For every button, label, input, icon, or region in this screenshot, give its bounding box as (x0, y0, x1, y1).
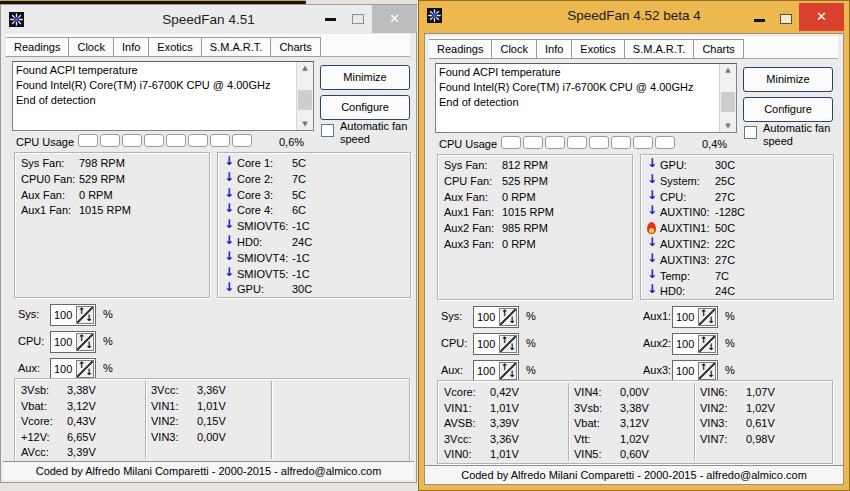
log-scrollbar[interactable]: ▲ ▼ (719, 64, 736, 132)
tab-item[interactable]: Clock (492, 39, 537, 59)
voltage-row: VIN2:1,02V (700, 401, 828, 417)
fan-speed-input[interactable]: 100↑↓ (50, 331, 96, 353)
voltage-row: VIN7:0,98V (700, 432, 828, 448)
log-lines: Found ACPI temperatureFound Intel(R) Cor… (16, 63, 294, 129)
fan-speed-spinner-row: Aux1:100↑↓% (425, 306, 843, 328)
spinner-buttons[interactable]: ↑↓ (698, 335, 716, 353)
scroll-thumb[interactable] (721, 92, 735, 112)
voltage-row: Vbat:3,12V (574, 416, 694, 432)
scroll-up-icon[interactable]: ▲ (297, 64, 313, 72)
status-bar: Coded by Alfredo Milani Comparetti - 200… (3, 461, 414, 480)
temp-trend-icon: ↓ (647, 238, 660, 250)
titlebar[interactable]: SpeedFan 4.52 beta 4 ✕ (419, 1, 849, 33)
fan-reading-row: Aux1 Fan:1015 RPM (21, 203, 209, 219)
cpu-usage-segment (78, 134, 98, 147)
voltage-row: AVcc:3,39V (21, 445, 145, 461)
temp-reading-row: ↓AUXTIN0:-128C (647, 205, 833, 221)
minimize-button[interactable]: Minimize (743, 67, 833, 92)
readings-page: ReadingsClockInfoExoticsS.M.A.R.T.Charts… (425, 36, 843, 465)
minimize-caption-button[interactable] (325, 18, 336, 21)
voltage-row: VIN4:0,00V (574, 385, 694, 401)
voltage-row: VIN1:1,01V (151, 399, 271, 415)
tab-item[interactable]: Info (537, 39, 572, 59)
temp-reading-row: ↓GPU:30C (224, 282, 410, 298)
cpu-usage-segment (188, 134, 208, 147)
log-line: Found Intel(R) Core(TM) i7-6700K CPU @ 4… (439, 80, 717, 95)
minimize-caption-button[interactable] (754, 19, 765, 22)
titlebar[interactable]: SpeedFan 4.51 ✕ (1, 5, 416, 34)
cpu-usage-segment (100, 134, 120, 147)
scroll-thumb[interactable] (298, 90, 312, 110)
temp-reading-row: AUXTIN1:50C (647, 221, 833, 237)
log-line: End of detection (439, 95, 717, 110)
tab-item[interactable]: Charts (694, 39, 743, 59)
fan-reading-row: Aux Fan:0 RPM (444, 190, 632, 206)
minimize-button[interactable]: Minimize (320, 65, 410, 90)
configure-button[interactable]: Configure (320, 95, 410, 120)
tab-item[interactable]: Exotics (149, 37, 201, 57)
voltage-row: Vcore:0,43V (21, 414, 145, 430)
fan-speed-spinner-row: Aux2:100↑↓% (425, 333, 843, 355)
spinner-buttons[interactable]: ↑↓ (76, 306, 94, 324)
fan-speed-spinner-row: Aux:100↑↓% (2, 358, 415, 380)
spinner-buttons[interactable]: ↑↓ (698, 362, 716, 380)
automatic-fan-speed-checkbox[interactable] (321, 124, 334, 137)
spinner-buttons[interactable]: ↑↓ (698, 308, 716, 326)
cpu-usage-segment (567, 136, 587, 149)
temp-readings-panel: ↓GPU:30C↓System:25C↓CPU:27C↓AUXTIN0:-128… (640, 154, 834, 300)
fan-speed-input[interactable]: 100↑↓ (672, 360, 718, 382)
voltage-readings-panel: 3Vsb:3,38VVbat:3,12VVcore:0,43V+12V:6,65… (14, 378, 410, 462)
fan-speed-input[interactable]: 100↑↓ (50, 304, 96, 326)
log-scrollbar[interactable]: ▲ ▼ (296, 62, 313, 130)
tab-item[interactable]: Readings (6, 37, 69, 57)
detection-log[interactable]: Found ACPI temperatureFound Intel(R) Cor… (435, 63, 737, 133)
tab-item[interactable]: Exotics (572, 39, 624, 59)
fan-speed-input[interactable]: 100↑↓ (672, 306, 718, 328)
tab-item[interactable]: Clock (69, 37, 114, 57)
fan-readings-panel: Sys Fan:812 RPMCPU Fan:525 RPMAux Fan:0 … (437, 154, 633, 300)
fan-speed-input[interactable]: 100↑↓ (50, 358, 96, 380)
temp-trend-icon: ↓ (647, 191, 660, 203)
maximize-caption-button[interactable] (780, 14, 792, 24)
temp-trend-icon: ↓ (224, 236, 237, 248)
cpu-usage-meter (501, 136, 677, 151)
cpu-usage-value: 0,6% (279, 136, 304, 148)
temp-readings-panel: ↓Core 1:5C↓Core 2:7C↓Core 3:5C↓Core 4:6C… (217, 152, 411, 298)
tab-item[interactable]: S.M.A.R.T. (625, 39, 695, 59)
spinner-buttons[interactable]: ↑↓ (76, 360, 94, 378)
maximize-caption-button[interactable] (352, 14, 364, 24)
temp-reading-row: ↓HD0:24C (224, 235, 410, 251)
close-caption-button[interactable]: ✕ (799, 3, 844, 31)
fan-speed-spinner-row: Sys:100↑↓% (2, 304, 415, 326)
detection-log[interactable]: Found ACPI temperatureFound Intel(R) Cor… (12, 61, 314, 131)
fan-speed-input[interactable]: 100↑↓ (672, 333, 718, 355)
spinner-buttons[interactable]: ↑↓ (76, 333, 94, 351)
temp-reading-row: ↓AUXTIN3:27C (647, 253, 833, 269)
temp-reading-row: ↓Temp:7C (647, 269, 833, 285)
temp-trend-icon: ↓ (224, 268, 237, 280)
log-line: Found ACPI temperature (439, 65, 717, 80)
tab-item[interactable]: Readings (429, 39, 492, 59)
temp-trend-icon (647, 222, 660, 234)
tab-item[interactable]: Info (114, 37, 149, 57)
temp-trend-icon: ↓ (224, 252, 237, 264)
fan-reading-row: Aux2 Fan:985 RPM (444, 221, 632, 237)
cpu-usage-segment (144, 134, 164, 147)
temp-reading-row: ↓Core 3:5C (224, 188, 410, 204)
configure-button[interactable]: Configure (743, 97, 833, 122)
scroll-up-icon[interactable]: ▲ (720, 66, 736, 74)
voltage-row: VIN2:0,15V (151, 414, 271, 430)
fan-reading-row: Sys Fan:798 RPM (21, 156, 209, 172)
scroll-down-icon[interactable]: ▼ (297, 120, 313, 128)
tab-item[interactable]: Charts (271, 37, 320, 57)
voltage-row: VIN3:0,61V (700, 416, 828, 432)
scroll-down-icon[interactable]: ▼ (720, 122, 736, 130)
tab-item[interactable]: S.M.A.R.T. (202, 37, 272, 57)
temp-reading-row: ↓AUXTIN2:22C (647, 237, 833, 253)
voltage-row: 3Vsb:3,38V (21, 383, 145, 399)
automatic-fan-speed-checkbox[interactable] (744, 126, 757, 139)
cpu-usage-segment (589, 136, 609, 149)
close-caption-button[interactable]: ✕ (372, 5, 417, 33)
log-line: Found Intel(R) Core(TM) i7-6700K CPU @ 4… (16, 78, 294, 93)
cpu-usage-label: CPU Usage (439, 138, 497, 150)
